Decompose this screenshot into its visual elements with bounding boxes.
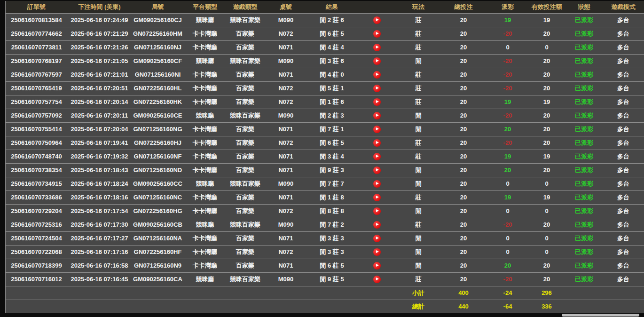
cell-game_type: 百家樂 [226,245,264,259]
replay-play-icon[interactable] [373,262,381,269]
replay-play-icon[interactable] [373,180,381,188]
cell-table_no: N072 [264,27,307,40]
cell-status: 已派彩 [565,150,603,163]
cell-replay [356,272,397,286]
cell-table_no: N071 [264,68,307,81]
cell-game_type: 百家樂 [226,150,264,163]
replay-play-icon[interactable] [373,139,381,147]
cell-order_id: 250616070716012 [6,272,67,286]
cell-table_no: N072 [264,245,307,259]
cell-play: 閒 [397,245,440,259]
col-header-mode: 遊戲模式 [603,1,644,13]
table-row: 2506160707245042025-06-16 07:17:27GN0712… [6,231,644,245]
cell-round_id: GN071256160ND [132,163,184,177]
replay-play-icon[interactable] [373,98,381,106]
cell-payout: 19 [487,13,528,27]
cell-mode: 多台 [603,136,644,150]
cell-status: 已派彩 [565,245,603,259]
summary-empty-cell [307,300,356,313]
cell-play: 閒 [397,259,440,272]
col-header-payout: 派彩 [487,1,528,13]
table-row: 2506160707675972025-06-16 07:21:01GN0712… [6,68,644,81]
bottom-strip [0,313,644,317]
cell-status: 已派彩 [565,218,603,231]
cell-round_id: GN071256160NJ [132,40,184,54]
col-header-bet_time: 下注時間 (美東) [67,1,132,13]
summary-empty-cell [603,300,644,313]
cell-round_id: GN072256160HJ [132,136,184,150]
cell-status: 已派彩 [565,95,603,109]
replay-play-icon[interactable] [373,248,381,256]
cell-bet_time: 2025-06-16 07:20:14 [67,95,132,109]
cell-bet_time: 2025-06-16 07:18:43 [67,163,132,177]
cell-game_type: 百家樂 [226,163,264,177]
cell-play: 莊 [397,68,440,81]
cell-game_type: 百家樂 [226,40,264,54]
cell-platform: 卡卡灣廳 [184,190,226,204]
cell-payout: 0 [487,245,528,259]
table-row: 2506160707183992025-06-16 07:16:58GN0712… [6,259,644,272]
summary-empty-cell [226,286,264,300]
replay-play-icon[interactable] [373,85,381,92]
cell-bet_time: 2025-06-16 07:17:27 [67,231,132,245]
cell-round_id: GN071256160NI [132,68,184,81]
replay-play-icon[interactable] [373,207,381,215]
cell-valid_bet: 20 [528,136,565,150]
cell-replay [356,204,397,218]
cell-play: 莊 [397,272,440,286]
replay-play-icon[interactable] [373,44,381,51]
summary-label: 小計 [397,286,440,300]
cell-status: 已派彩 [565,109,603,122]
replay-play-icon[interactable] [373,112,381,119]
replay-play-icon[interactable] [373,221,381,229]
replay-play-icon[interactable] [373,166,381,174]
cell-game_type: 競咪百家樂 [226,54,264,68]
replay-play-icon[interactable] [373,57,381,65]
cell-result: 閒 6 莊 5 [307,136,356,150]
cell-bet_time: 2025-06-16 07:20:11 [67,109,132,122]
cell-status: 已派彩 [565,54,603,68]
cell-game_type: 百家樂 [226,81,264,95]
cell-replay [356,259,397,272]
cell-game_type: 百家樂 [226,68,264,81]
cell-table_no: M090 [264,13,307,27]
summary-empty-cell [264,300,307,313]
cell-total_bet: 20 [440,136,487,150]
cell-game_type: 百家樂 [226,190,264,204]
replay-play-icon[interactable] [373,153,381,160]
cell-platform: 卡卡灣廳 [184,163,226,177]
cell-table_no: N071 [264,122,307,136]
replay-play-icon[interactable] [373,30,381,38]
cell-status: 已派彩 [565,68,603,81]
replay-play-icon[interactable] [373,16,381,24]
cell-table_no: N071 [264,231,307,245]
horizontal-scrollbar-thumb[interactable] [562,314,639,317]
cell-replay [356,231,397,245]
replay-play-icon[interactable] [373,235,381,242]
summary-payout: -24 [487,286,528,300]
cell-game_type: 百家樂 [226,27,264,40]
replay-play-icon[interactable] [373,194,381,201]
cell-valid_bet: 19 [528,13,565,27]
cell-replay [356,40,397,54]
cell-payout: -20 [487,27,528,40]
replay-play-icon[interactable] [373,126,381,133]
cell-payout: -20 [487,272,528,286]
cell-table_no: M090 [264,177,307,190]
cell-platform: 卡卡灣廳 [184,259,226,272]
cell-total_bet: 20 [440,109,487,122]
replay-play-icon[interactable] [373,71,381,79]
cell-platform: 卡卡灣廳 [184,81,226,95]
cell-order_id: 250616070767597 [6,68,67,81]
summary-total_bet: 400 [440,286,487,300]
table-row: 2506160707654192025-06-16 07:20:51GN0722… [6,81,644,95]
cell-order_id: 250616070755414 [6,122,67,136]
cell-result: 閒 3 莊 4 [307,150,356,163]
cell-valid_bet: 0 [528,231,565,245]
summary-empty-cell [264,286,307,300]
replay-play-icon[interactable] [373,276,381,283]
cell-round_id: GM090256160CJ [132,13,184,27]
cell-play: 閒 [397,177,440,190]
summary-empty-cell [67,300,132,313]
cell-play: 莊 [397,150,440,163]
